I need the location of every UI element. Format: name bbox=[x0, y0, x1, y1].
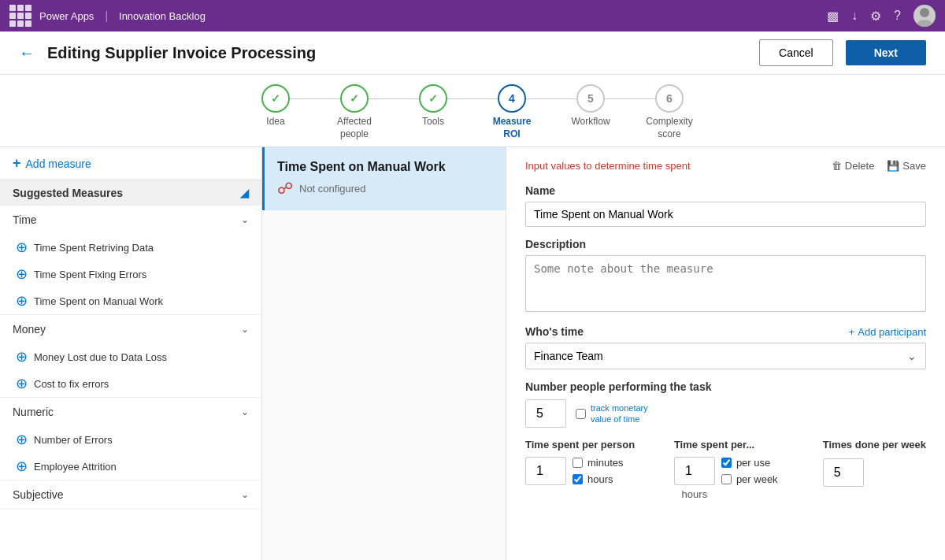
times-done-label: Times done per week bbox=[823, 439, 926, 452]
time-spent-per-input[interactable] bbox=[674, 457, 715, 485]
sidebar-item-label: Time Spent Fixing Errors bbox=[34, 269, 146, 280]
number-people-label: Number people performing the task bbox=[525, 380, 926, 393]
step-idea[interactable]: ✓Idea bbox=[236, 84, 315, 128]
input-hint: Input values to determine time spent bbox=[525, 160, 691, 172]
settings-icon[interactable]: ⚙ bbox=[870, 9, 881, 24]
section-title: Money bbox=[13, 323, 46, 336]
topbar: Power Apps | Innovation Backlog ▩ ↓ ⚙ ? bbox=[0, 0, 945, 32]
monitor-icon[interactable]: ▩ bbox=[827, 9, 839, 24]
apps-grid-icon[interactable] bbox=[9, 5, 32, 27]
step-circle-workflow: 5 bbox=[576, 84, 605, 113]
time-spent-per-inner: hours per use per week bbox=[674, 457, 810, 500]
step-circle-measure: 4 bbox=[498, 84, 526, 113]
delete-label: Delete bbox=[845, 160, 875, 172]
plus-circle-icon: ⊕ bbox=[16, 240, 28, 254]
plus-circle-icon: ⊕ bbox=[16, 350, 28, 364]
sidebar-item-label: Time Spent Retriving Data bbox=[34, 242, 154, 254]
per-week-label: per week bbox=[736, 473, 778, 485]
sidebar-item[interactable]: ⊕Cost to fix errors bbox=[0, 370, 261, 397]
page-header: ← Editing Supplier Invoice Processing Ca… bbox=[0, 32, 945, 75]
section-title: Numeric bbox=[13, 406, 54, 418]
minutes-checkbox[interactable] bbox=[573, 458, 583, 468]
step-circle-tools: ✓ bbox=[419, 84, 447, 113]
per-use-label: per use bbox=[736, 457, 770, 469]
svg-point-1 bbox=[917, 20, 932, 27]
download-icon[interactable]: ↓ bbox=[851, 9, 858, 23]
name-input[interactable] bbox=[525, 202, 926, 227]
step-measure[interactable]: 4MeasureROI bbox=[472, 84, 551, 140]
add-icon: + bbox=[849, 326, 855, 338]
sidebar-item[interactable]: ⊕Employee Attrition bbox=[0, 453, 261, 480]
suggested-label: Suggested Measures bbox=[13, 187, 123, 199]
cancel-button[interactable]: Cancel bbox=[759, 39, 833, 66]
per-week-checkbox[interactable] bbox=[721, 474, 732, 484]
whos-time-row: Who's time + Add participant bbox=[525, 325, 926, 338]
add-measure-label: Add measure bbox=[26, 158, 91, 170]
step-label-measure: MeasureROI bbox=[493, 116, 532, 140]
stepper: ✓Idea✓Affectedpeople✓Tools4MeasureROI5Wo… bbox=[0, 75, 945, 147]
section-header-subjective[interactable]: Subjective⌄ bbox=[0, 480, 261, 509]
number-people-input[interactable] bbox=[525, 399, 566, 428]
description-input[interactable] bbox=[525, 255, 926, 312]
times-done-input[interactable] bbox=[823, 458, 864, 487]
measure-item[interactable]: Time Spent on Manual Work ☍ Not configur… bbox=[262, 147, 506, 210]
help-icon[interactable]: ? bbox=[894, 9, 901, 23]
sidebar-section-time: Time⌄⊕Time Spent Retriving Data⊕Time Spe… bbox=[0, 206, 261, 315]
sidebar-item[interactable]: ⊕Time Spent Fixing Errors bbox=[0, 261, 261, 287]
number-people-row: track monetary value of time bbox=[525, 399, 926, 428]
section-header-money[interactable]: Money⌄ bbox=[0, 315, 261, 343]
track-monetary-checkbox[interactable] bbox=[576, 409, 586, 419]
description-label: Description bbox=[525, 238, 926, 250]
time-per-person-input[interactable] bbox=[525, 457, 566, 485]
step-complexity[interactable]: 6Complexityscore bbox=[630, 84, 709, 140]
step-tools[interactable]: ✓Tools bbox=[394, 84, 472, 128]
right-panel: Input values to determine time spent 🗑 D… bbox=[506, 147, 945, 560]
page-title: Editing Supplier Invoice Processing bbox=[47, 44, 747, 62]
delete-button[interactable]: 🗑 Delete bbox=[832, 160, 875, 172]
filter-icon[interactable]: ◢ bbox=[240, 187, 249, 199]
name-label: Name bbox=[525, 184, 926, 197]
step-label-tools: Tools bbox=[422, 116, 444, 128]
user-avatar[interactable] bbox=[914, 5, 936, 27]
per-use-checkbox[interactable] bbox=[721, 458, 732, 468]
plus-icon: + bbox=[13, 155, 21, 172]
back-button[interactable]: ← bbox=[19, 44, 35, 62]
action-buttons: 🗑 Delete 💾 Save bbox=[832, 160, 926, 172]
time-spent-per-checkboxes: per use per week bbox=[721, 457, 778, 485]
plus-circle-icon: ⊕ bbox=[16, 376, 28, 391]
time-per-person-col: Time spent per person minutes hours bbox=[525, 439, 662, 485]
add-participant-label: Add participant bbox=[858, 326, 926, 338]
participant-select[interactable]: Finance Team IT Team Operations bbox=[525, 343, 926, 369]
sidebar: + Add measure Suggested Measures ◢ Time⌄… bbox=[0, 147, 262, 560]
time-per-person-inner: minutes hours bbox=[525, 457, 662, 485]
sidebar-item[interactable]: ⊕Time Spent on Manual Work bbox=[0, 287, 261, 314]
plus-circle-icon: ⊕ bbox=[16, 294, 28, 308]
measure-title: Time Spent on Manual Work bbox=[277, 160, 493, 174]
minutes-row: minutes bbox=[573, 457, 624, 469]
add-participant-button[interactable]: + Add participant bbox=[849, 326, 926, 338]
topbar-icons: ▩ ↓ ⚙ ? bbox=[827, 5, 936, 27]
section-header-time[interactable]: Time⌄ bbox=[0, 206, 261, 234]
save-button[interactable]: 💾 Save bbox=[887, 160, 926, 172]
section-header-numeric[interactable]: Numeric⌄ bbox=[0, 398, 261, 426]
sidebar-item[interactable]: ⊕Money Lost due to Data Loss bbox=[0, 343, 261, 370]
add-measure-button[interactable]: + Add measure bbox=[0, 147, 261, 180]
time-spent-per-col: Time spent per... hours per use per bbox=[674, 439, 810, 500]
hours-checkbox[interactable] bbox=[573, 474, 583, 484]
step-circle-idea: ✓ bbox=[261, 84, 290, 113]
hours-row: hours bbox=[573, 473, 624, 485]
main-layout: + Add measure Suggested Measures ◢ Time⌄… bbox=[0, 147, 945, 560]
sidebar-item[interactable]: ⊕Time Spent Retriving Data bbox=[0, 234, 261, 261]
time-per-person-label: Time spent per person bbox=[525, 439, 662, 451]
step-label-complexity: Complexityscore bbox=[646, 116, 692, 140]
step-workflow[interactable]: 5Workflow bbox=[551, 84, 630, 128]
sidebar-item[interactable]: ⊕Number of Errors bbox=[0, 426, 261, 453]
step-affected[interactable]: ✓Affectedpeople bbox=[315, 84, 394, 140]
app-name: Innovation Backlog bbox=[119, 10, 206, 22]
brand-name: Power Apps bbox=[39, 10, 94, 22]
time-columns: Time spent per person minutes hours bbox=[525, 439, 926, 500]
next-button[interactable]: Next bbox=[846, 40, 926, 65]
sidebar-section-money: Money⌄⊕Money Lost due to Data Loss⊕Cost … bbox=[0, 315, 261, 398]
form-top-bar: Input values to determine time spent 🗑 D… bbox=[525, 160, 926, 172]
suggested-measures-header: Suggested Measures ◢ bbox=[0, 180, 261, 206]
